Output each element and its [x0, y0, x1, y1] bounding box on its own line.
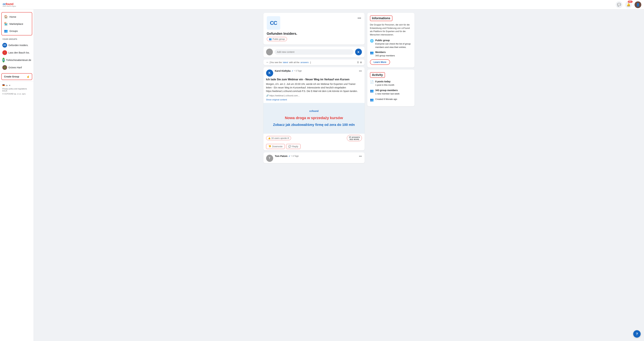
list-item[interactable]: 🌿 Grünes Hanf — [0, 64, 34, 71]
post-avatar: K — [266, 70, 273, 77]
calendar-icon: 👥 — [370, 98, 374, 102]
logo[interactable]: ccfound brain search engine — [3, 2, 16, 7]
group-name-label: Gefunden Insiders. — [8, 44, 28, 47]
info-description: Die Gruppe für Personen, die sich für di… — [370, 23, 412, 36]
notifications-icon[interactable]: 🔔 999+ — [625, 1, 632, 8]
latest-link[interactable]: latest — [283, 61, 288, 64]
notification-badge: 999+ — [628, 1, 632, 3]
chevron-down-icon: ▼ — [9, 84, 10, 86]
action-row: 👎 Downvote 💬 Reply — [264, 143, 364, 150]
feed-column: ••• CC Gefunden Insiders. 👥 Public group… — [264, 13, 364, 338]
sidebar: 🏠 Home 🏪 Marketplace 👥 Groups YOUR GROUP… — [0, 10, 34, 341]
sidebar-nav: 🏠 Home 🏪 Marketplace 👥 Groups — [1, 12, 32, 36]
group-name-label: Grünes Hanf — [8, 66, 22, 69]
eula-link[interactable]: EULA — [2, 90, 7, 92]
post-composer: ➤ — [264, 47, 364, 57]
help-button[interactable]: ? — [633, 330, 641, 338]
answers-link[interactable]: answers — [300, 61, 308, 64]
preview-title: Nowa droga w sprzedaży kursów — [267, 116, 361, 120]
group-name: Gefunden Insiders. — [267, 32, 361, 36]
list-view-icon[interactable]: ☰ — [357, 61, 359, 64]
preview-logo: ccfound — [267, 110, 361, 112]
avatar: 🌍 — [2, 58, 5, 63]
group-header-card: ••• CC Gefunden Insiders. 👥 Public group — [264, 13, 364, 45]
sidebar-item-groups[interactable]: 👥 Groups — [2, 27, 32, 35]
send-icon: ➤ — [357, 50, 360, 54]
members-text: Members 343 group members — [375, 51, 395, 57]
user-avatar[interactable]: 👤 — [634, 1, 641, 8]
preview-subtitle: Zobacz jak zbudowaliśmy firmę od zera do… — [267, 123, 361, 127]
group-logo: CC — [267, 16, 280, 30]
upvote-count: 👍 16 users upvote it! — [266, 136, 291, 140]
cursor-icon: ☝️ — [27, 75, 30, 78]
avatar: 🌿 — [2, 65, 7, 70]
content-area: ••• CC Gefunden Insiders. 👥 Public group… — [34, 10, 644, 341]
send-button[interactable]: ➤ — [355, 49, 362, 55]
thumbs-down-icon: 👎 — [268, 145, 271, 148]
footer-links: Privacy policy and regulations EULA — [2, 88, 31, 92]
avatar: 🏃 — [2, 50, 7, 55]
post-title: Ich lade Sie zum Webinar ein - Neuer Weg… — [266, 78, 362, 81]
post-preview: ccfound Nowa droga w sprzedaży kursów Zo… — [264, 103, 364, 133]
post-author-info-second: Tom Patom ✓ • 4 Tage — [275, 155, 357, 157]
answer-bar: ↔️ [You see the latest with all the answ… — [264, 59, 364, 65]
reply-button[interactable]: 💬 Reply — [286, 144, 300, 149]
verified-badge: ✓ — [292, 70, 294, 72]
privacy-policy-link[interactable]: Privacy policy and regulations — [2, 88, 27, 90]
post-avatar-second: T — [266, 155, 273, 162]
activity-created-text: Created 8 Monate ago — [375, 98, 397, 101]
learn-more-button[interactable]: Learn More — [370, 59, 390, 65]
sidebar-item-marketplace-label: Marketplace — [10, 23, 23, 25]
informations-card: Informations Die Gruppe für Personen, di… — [367, 13, 414, 68]
verified-badge-second: ✓ — [288, 155, 290, 157]
marketplace-icon: 🏪 — [4, 22, 8, 26]
list-item[interactable]: 🌍 Türkischesabenteuer.de — [0, 56, 34, 64]
answers-count[interactable]: 10 answers SEE MORE — [347, 135, 362, 141]
public-group-icon: 👥 — [269, 38, 272, 40]
post-header-second: T Tom Patom ✓ • 4 Tage ••• — [264, 152, 364, 163]
sidebar-item-home[interactable]: 🏠 Home — [2, 13, 32, 20]
downvote-button[interactable]: 👎 Downvote — [266, 144, 285, 149]
activity-members-text: 343 group members 1 new member last week — [375, 89, 400, 96]
post-author-name: Karol Kieltyka ✓ • 3 Tage — [275, 70, 357, 72]
question-icon: ? — [636, 332, 638, 336]
activity-members-row: 👥 343 group members 1 new member last we… — [370, 89, 412, 96]
show-original-link[interactable]: Show original content — [266, 98, 287, 101]
activity-posts-text: 0 posts today 1 post in this month — [375, 80, 394, 87]
activity-title: Activity — [370, 72, 385, 78]
post-card: K Karol Kieltyka ✓ • 3 Tage ••• Ich lade… — [264, 67, 364, 150]
globe-icon: 🌐 — [370, 39, 374, 43]
flag-icon: 🇩🇪 — [2, 84, 5, 86]
group-name-label: Türkischesabenteuer.de — [6, 59, 31, 61]
list-item[interactable]: 🏃 Lass den Bauch los. — [0, 49, 34, 56]
topbar: ccfound brain search engine 💬 🔔 999+ 👤 — [0, 0, 644, 10]
language-selector[interactable]: 🇩🇪 de ▼ — [2, 84, 31, 86]
list-item[interactable]: CC Gefunden Insiders. — [0, 42, 34, 49]
activity-card: Activity 📄 0 posts today 1 post in this … — [367, 70, 414, 106]
topbar-actions: 💬 🔔 999+ 👤 — [616, 1, 641, 8]
copyright-text: © CCFOUND sp. z o.o. sp.k. — [2, 93, 31, 95]
post-body: Ich lade Sie zum Webinar ein - Neuer Weg… — [264, 78, 364, 103]
avatar: CC — [2, 43, 7, 48]
post-input[interactable] — [274, 49, 354, 55]
messages-icon[interactable]: 💬 — [616, 1, 622, 8]
grid-view-icon[interactable]: ⊞ — [360, 61, 362, 64]
groups-icon: 👥 — [4, 29, 8, 33]
public-group-text: Public group Everyone can check the list… — [375, 39, 412, 49]
reply-icon: 💬 — [288, 145, 291, 148]
post-text: Morgen, d.h. am 2. Juli um 20:00 Uhr, we… — [266, 82, 362, 93]
sidebar-item-marketplace[interactable]: 🏪 Marketplace — [2, 20, 32, 27]
informations-title: Informations — [370, 16, 392, 21]
right-column: Informations Die Gruppe für Personen, di… — [367, 13, 414, 338]
post-author-info: Karol Kieltyka ✓ • 3 Tage — [275, 70, 357, 72]
post-reactions: 👍 16 users upvote it! 10 answers SEE MOR… — [264, 133, 364, 150]
public-group-row: 🌐 Public group Everyone can check the li… — [370, 39, 412, 49]
post-more-icon[interactable]: ••• — [359, 70, 362, 73]
post-more-icon-second[interactable]: ••• — [359, 155, 362, 158]
members-row: 👥 Members 343 group members — [370, 51, 412, 57]
your-groups-label: YOUR GROUPS — [0, 37, 34, 41]
post-link: 🔗 https://webinar1.ccfound.com... — [266, 94, 362, 97]
more-options-icon[interactable]: ••• — [358, 16, 361, 20]
post-card-second: T Tom Patom ✓ • 4 Tage ••• — [264, 152, 364, 163]
create-group-button[interactable]: Create Group ☝️ — [1, 73, 32, 80]
